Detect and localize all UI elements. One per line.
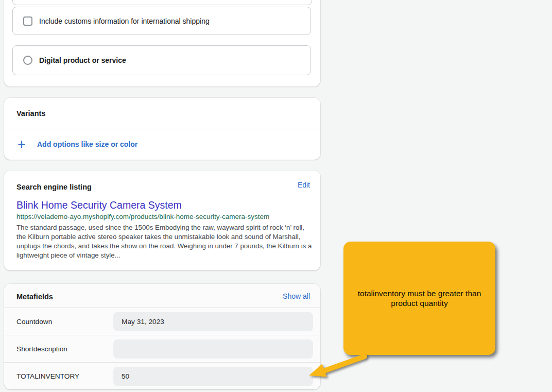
metafield-row-totalinventory: TOTALINVENTORY 50: [4, 363, 320, 390]
seo-preview: Blink Home Security Camera System https:…: [16, 199, 315, 260]
customs-checkbox-label: Include customs information for internat…: [39, 17, 210, 25]
variants-title: Variants: [16, 109, 45, 117]
totalinventory-value: 50: [122, 372, 129, 380]
digital-product-radio-label: Digital product or service: [39, 56, 126, 64]
plus-icon: +: [17, 140, 26, 149]
metafields-show-all-button[interactable]: Show all: [283, 292, 310, 300]
shortdescription-input[interactable]: [113, 339, 313, 359]
add-variant-options-button[interactable]: + Add options like size or color: [4, 129, 320, 159]
add-options-link[interactable]: Add options like size or color: [37, 140, 137, 148]
shipping-card: Include customs information for internat…: [4, 0, 320, 87]
customs-checkbox[interactable]: [23, 16, 32, 26]
seo-preview-url: https://velademo-ayo.myshopify.com/produ…: [16, 212, 315, 221]
search-engine-listing-card: Search engine listing Edit Blink Home Se…: [4, 171, 320, 270]
metafield-label: Countdown: [16, 318, 52, 326]
digital-product-radio[interactable]: [23, 56, 32, 65]
metafield-label: TOTALINVENTORY: [16, 372, 79, 380]
seo-header: Search engine listing Edit: [4, 171, 320, 199]
metafield-label: Shortdescription: [16, 345, 67, 353]
metafield-row-shortdescription: Shortdescription: [4, 335, 320, 363]
cut-off-input-field[interactable]: [12, 0, 312, 5]
countdown-input[interactable]: May 31, 2023: [113, 312, 313, 331]
customs-choice-box[interactable]: Include customs information for internat…: [12, 7, 311, 35]
digital-product-choice-box[interactable]: Digital product or service: [12, 45, 311, 75]
product-detail-page: Include customs information for internat…: [0, 0, 552, 392]
seo-preview-title-link[interactable]: Blink Home Security Camera System: [16, 199, 315, 211]
variants-card: Variants + Add options like size or colo…: [4, 98, 320, 160]
metafields-title: Metafields: [16, 293, 53, 301]
metafield-row-countdown: Countdown May 31, 2023: [4, 308, 320, 335]
seo-edit-button[interactable]: Edit: [298, 181, 310, 189]
metafields-card: Metafields Show all Countdown May 31, 20…: [4, 284, 320, 389]
annotation-arrow-icon: [299, 345, 381, 392]
annotation-callout: totalinventory must be greater than prod…: [343, 242, 495, 355]
variants-header: Variants: [4, 98, 320, 129]
seo-title: Search engine listing: [16, 183, 92, 191]
metafields-header: Metafields Show all: [4, 284, 320, 309]
annotation-text: totalinventory must be greater than prod…: [352, 288, 487, 308]
seo-preview-description: The standard passage, used since the 150…: [16, 223, 315, 260]
totalinventory-input[interactable]: 50: [113, 367, 313, 386]
countdown-value: May 31, 2023: [122, 318, 164, 326]
